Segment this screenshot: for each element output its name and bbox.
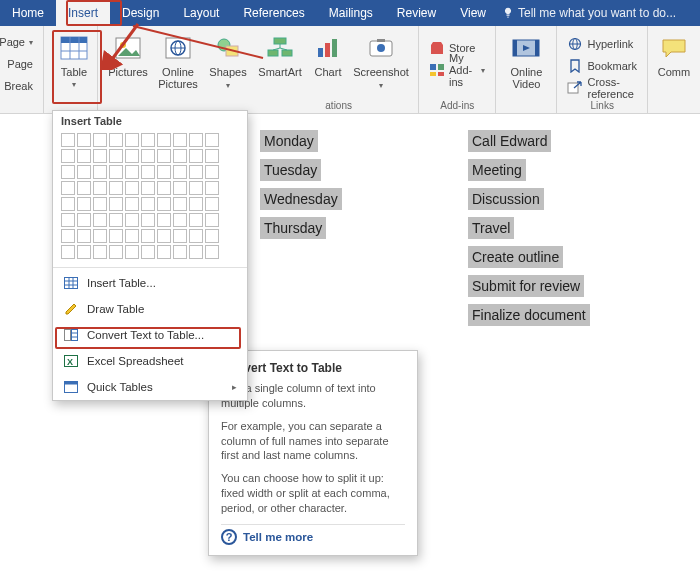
my-addins-button[interactable]: My Add-ins ▾ [427, 60, 487, 80]
grid-cell[interactable] [157, 133, 171, 147]
tab-layout[interactable]: Layout [171, 0, 231, 26]
grid-cell[interactable] [61, 245, 75, 259]
grid-cell[interactable] [173, 213, 187, 227]
grid-cell[interactable] [157, 181, 171, 195]
tab-review[interactable]: Review [385, 0, 448, 26]
tab-references[interactable]: References [231, 0, 316, 26]
tab-mailings[interactable]: Mailings [317, 0, 385, 26]
grid-cell[interactable] [93, 181, 107, 195]
grid-cell[interactable] [141, 213, 155, 227]
grid-cell[interactable] [173, 181, 187, 195]
grid-cell[interactable] [189, 229, 203, 243]
bookmark-button[interactable]: Bookmark [565, 56, 639, 76]
grid-cell[interactable] [157, 213, 171, 227]
table-button[interactable]: Table ▾ [50, 30, 98, 96]
grid-cell[interactable] [77, 213, 91, 227]
grid-cell[interactable] [141, 133, 155, 147]
grid-cell[interactable] [109, 197, 123, 211]
grid-cell[interactable] [141, 245, 155, 259]
screenshot-button[interactable]: Screenshot▾ [350, 30, 412, 96]
convert-text-to-table-menu-item[interactable]: Convert Text to Table... [53, 322, 247, 348]
grid-cell[interactable] [77, 229, 91, 243]
grid-cell[interactable] [173, 197, 187, 211]
grid-cell[interactable] [61, 165, 75, 179]
online-video-button[interactable]: Online Video [502, 30, 550, 96]
cross-reference-button[interactable]: Cross-reference [565, 78, 639, 98]
grid-cell[interactable] [157, 245, 171, 259]
pictures-button[interactable]: Pictures [104, 30, 152, 96]
grid-cell[interactable] [61, 213, 75, 227]
grid-cell[interactable] [157, 165, 171, 179]
grid-cell[interactable] [141, 165, 155, 179]
comment-button[interactable]: Comm [654, 30, 694, 96]
grid-cell[interactable] [125, 197, 139, 211]
grid-cell[interactable] [189, 181, 203, 195]
grid-cell[interactable] [125, 133, 139, 147]
grid-cell[interactable] [61, 181, 75, 195]
grid-cell[interactable] [109, 149, 123, 163]
tab-insert[interactable]: Insert [56, 0, 110, 26]
grid-cell[interactable] [173, 229, 187, 243]
quick-tables-menu-item[interactable]: Quick Tables ▸ [53, 374, 247, 400]
grid-cell[interactable] [141, 229, 155, 243]
grid-cell[interactable] [93, 149, 107, 163]
grid-cell[interactable] [157, 149, 171, 163]
grid-cell[interactable] [109, 181, 123, 195]
grid-cell[interactable] [93, 133, 107, 147]
hyperlink-button[interactable]: Hyperlink [565, 34, 639, 54]
cover-page-button[interactable]: Page [8, 54, 35, 74]
grid-cell[interactable] [189, 213, 203, 227]
grid-cell[interactable] [77, 181, 91, 195]
grid-cell[interactable] [189, 245, 203, 259]
grid-cell[interactable] [77, 165, 91, 179]
grid-cell[interactable] [61, 133, 75, 147]
tab-design[interactable]: Design [110, 0, 171, 26]
grid-cell[interactable] [77, 133, 91, 147]
smartart-button[interactable]: SmartArt [254, 30, 306, 96]
grid-cell[interactable] [93, 229, 107, 243]
grid-cell[interactable] [173, 245, 187, 259]
grid-cell[interactable] [189, 197, 203, 211]
chart-button[interactable]: Chart [308, 30, 348, 96]
grid-cell[interactable] [109, 245, 123, 259]
grid-cell[interactable] [141, 197, 155, 211]
grid-cell[interactable] [109, 165, 123, 179]
grid-cell[interactable] [125, 165, 139, 179]
grid-cell[interactable] [189, 165, 203, 179]
grid-cell[interactable] [109, 229, 123, 243]
grid-cell[interactable] [93, 213, 107, 227]
table-size-grid[interactable] [53, 129, 247, 265]
blank-page-button[interactable]: Page▾ [8, 32, 35, 52]
grid-cell[interactable] [93, 197, 107, 211]
grid-cell[interactable] [125, 213, 139, 227]
grid-cell[interactable] [61, 229, 75, 243]
tell-me-more-link[interactable]: ? Tell me more [221, 529, 405, 545]
grid-cell[interactable] [157, 229, 171, 243]
grid-cell[interactable] [173, 133, 187, 147]
grid-cell[interactable] [125, 229, 139, 243]
grid-cell[interactable] [205, 165, 219, 179]
tab-view[interactable]: View [448, 0, 498, 26]
grid-cell[interactable] [93, 165, 107, 179]
grid-cell[interactable] [109, 213, 123, 227]
grid-cell[interactable] [173, 149, 187, 163]
grid-cell[interactable] [189, 149, 203, 163]
grid-cell[interactable] [77, 197, 91, 211]
grid-cell[interactable] [189, 133, 203, 147]
grid-cell[interactable] [125, 245, 139, 259]
grid-cell[interactable] [141, 149, 155, 163]
grid-cell[interactable] [125, 181, 139, 195]
grid-cell[interactable] [109, 133, 123, 147]
insert-table-menu-item[interactable]: Insert Table... [53, 270, 247, 296]
tab-home[interactable]: Home [0, 0, 56, 26]
grid-cell[interactable] [205, 229, 219, 243]
tell-me-search[interactable]: Tell me what you want to do... [502, 6, 676, 20]
grid-cell[interactable] [205, 181, 219, 195]
grid-cell[interactable] [141, 181, 155, 195]
online-pictures-button[interactable]: Online Pictures [154, 30, 202, 96]
grid-cell[interactable] [93, 245, 107, 259]
grid-cell[interactable] [205, 149, 219, 163]
grid-cell[interactable] [61, 149, 75, 163]
draw-table-menu-item[interactable]: Draw Table [53, 296, 247, 322]
grid-cell[interactable] [61, 197, 75, 211]
